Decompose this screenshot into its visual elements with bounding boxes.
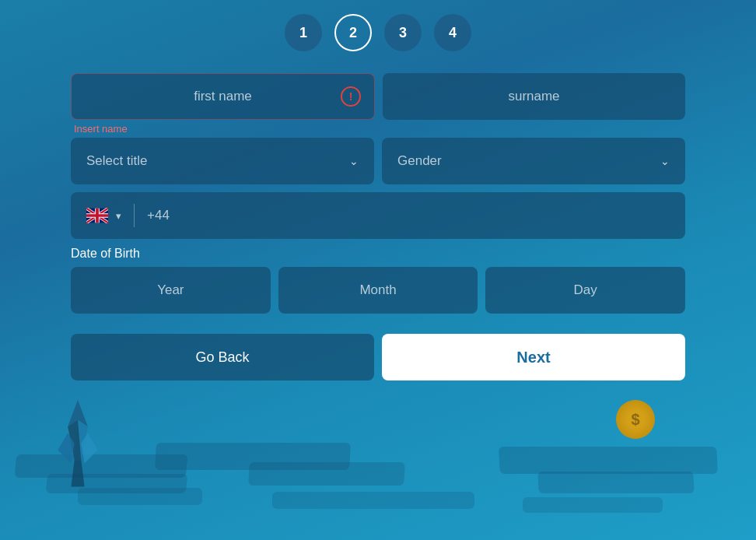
dob-section-label: Date of Birth [71,247,685,261]
surname-field[interactable]: surname [383,73,685,120]
next-button[interactable]: Next [382,334,685,380]
surname-placeholder: surname [508,89,559,104]
title-chevron-icon: ⌄ [349,155,359,167]
phone-field[interactable]: ▾ +44 [71,192,685,239]
country-flag [86,208,108,223]
svg-marker-1 [75,420,88,460]
dob-row: Year Month Day [71,267,685,314]
action-buttons: Go Back Next [71,334,685,380]
first-name-error: Insert name [71,123,685,135]
svg-marker-5 [71,460,84,486]
svg-text:!: ! [349,90,353,103]
month-label: Month [359,282,396,298]
step-indicators: 1 2 3 4 [285,14,471,51]
go-back-button[interactable]: Go Back [71,334,374,380]
svg-marker-0 [68,400,88,426]
coin-decoration: $ [616,400,655,439]
main-content: 1 2 3 4 first name ! surname Insert name… [0,0,756,380]
step-4[interactable]: 4 [434,14,471,51]
title-gender-row: Select title ⌄ Gender ⌄ [71,138,685,184]
uk-flag-icon [86,208,108,223]
error-icon: ! [340,86,362,107]
svg-marker-4 [81,433,97,464]
phone-divider [134,204,135,227]
first-name-placeholder: first name [194,89,252,104]
country-code: +44 [147,208,170,223]
flag-dropdown-icon: ▾ [116,210,121,222]
name-row: first name ! surname [71,73,685,120]
step-3[interactable]: 3 [384,14,422,51]
crystal-decoration [47,400,109,493]
title-select[interactable]: Select title ⌄ [71,138,374,184]
svg-marker-2 [68,420,81,460]
dob-month-field[interactable]: Month [278,267,478,314]
dob-day-field[interactable]: Day [485,267,685,314]
first-name-field[interactable]: first name ! [71,73,375,120]
year-label: Year [157,282,184,298]
step-1[interactable]: 1 [285,14,322,51]
svg-marker-3 [58,433,74,464]
phone-row: ▾ +44 [71,192,685,239]
step-2[interactable]: 2 [334,14,372,51]
title-label: Select title [86,153,147,169]
registration-form: first name ! surname Insert name Select … [71,73,685,321]
dob-year-field[interactable]: Year [71,267,271,314]
gender-select[interactable]: Gender ⌄ [382,138,685,184]
gender-label: Gender [397,153,442,169]
gender-chevron-icon: ⌄ [660,155,670,167]
day-label: Day [574,282,597,298]
